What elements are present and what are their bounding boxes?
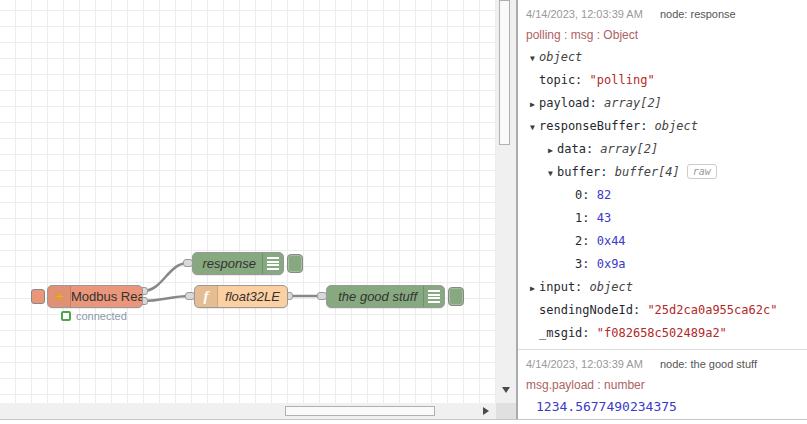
message-meta: msg.payload : number bbox=[526, 375, 799, 396]
window-bottom-edge bbox=[0, 419, 807, 424]
source-node-label: node: response bbox=[660, 8, 736, 20]
collapse-caret-icon[interactable]: ▼ bbox=[548, 162, 557, 185]
collapse-caret-icon[interactable]: ▼ bbox=[530, 47, 539, 70]
tree-row: 1: 43 bbox=[526, 207, 799, 230]
node-label: the good stuff bbox=[327, 289, 423, 304]
modbus-asterisk-icon: ✳ bbox=[54, 291, 64, 303]
tree-key: topic: bbox=[539, 73, 590, 87]
horizontal-scrollbar-thumb[interactable] bbox=[285, 406, 435, 416]
tree-key: buffer: bbox=[557, 165, 615, 179]
tree-row: ▼object bbox=[526, 46, 799, 69]
function-f-icon: f bbox=[204, 289, 209, 304]
node-label: response bbox=[193, 256, 262, 271]
debug-tree: ▼objecttopic: "polling"▶payload: array[2… bbox=[526, 46, 799, 345]
debug-message-header: 4/14/2023, 12:03:39 AM node: response bbox=[526, 4, 799, 25]
node-response[interactable]: response bbox=[192, 252, 284, 275]
debug-icon-region bbox=[262, 253, 283, 274]
function-icon-region: f bbox=[195, 286, 218, 307]
debug-icon-region bbox=[423, 286, 444, 307]
scrollbar-corner bbox=[496, 403, 516, 419]
wire-modbus-to-float32[interactable] bbox=[143, 296, 190, 301]
node-label: float32LE bbox=[218, 289, 287, 304]
tree-value: object bbox=[655, 119, 698, 133]
tree-value: "polling" bbox=[590, 73, 655, 87]
payload-number-value: 1234.5677490234375 bbox=[526, 396, 799, 418]
modbus-status: connected bbox=[61, 310, 127, 322]
tree-key: payload: bbox=[539, 96, 604, 110]
tree-value: "25d2ca0a955ca62c" bbox=[647, 303, 777, 317]
tree-value: object bbox=[539, 50, 582, 64]
tree-row: ▶payload: array[2] bbox=[526, 92, 799, 115]
tree-key: _msgid: bbox=[539, 326, 597, 340]
debug-message-good-stuff[interactable]: 4/14/2023, 12:03:39 AM node: the good st… bbox=[518, 350, 807, 419]
tree-value: "f082658c502489a2" bbox=[597, 326, 727, 340]
tree-row: ▼responseBuffer: object bbox=[526, 115, 799, 138]
canvas-horizontal-scrollbar[interactable] bbox=[0, 403, 496, 419]
tree-key: 0: bbox=[575, 188, 597, 202]
tree-value: array[2] bbox=[604, 96, 662, 110]
node-float32le[interactable]: f float32LE bbox=[194, 285, 288, 308]
response-debug-toggle-button[interactable] bbox=[287, 254, 303, 273]
canvas-vertical-scrollbar[interactable] bbox=[496, 0, 516, 403]
expand-caret-icon[interactable]: ▶ bbox=[548, 139, 557, 162]
expand-caret-icon[interactable]: ▶ bbox=[530, 93, 539, 116]
tree-value: 82 bbox=[597, 188, 611, 202]
expand-caret-icon[interactable]: ▶ bbox=[530, 277, 539, 300]
tree-row: 2: 0x44 bbox=[526, 230, 799, 253]
tree-value: buffer[4] bbox=[615, 165, 680, 179]
node-modbus-read[interactable]: ✳ Modbus Read bbox=[47, 285, 143, 308]
timestamp: 4/14/2023, 12:03:39 AM bbox=[526, 358, 643, 370]
tree-key: responseBuffer: bbox=[539, 119, 655, 133]
tree-row: sendingNodeId: "25d2ca0a955ca62c" bbox=[526, 299, 799, 322]
tree-row: _msgid: "f082658c502489a2" bbox=[526, 322, 799, 345]
tree-value: 0x44 bbox=[597, 234, 626, 248]
debug-lines-icon bbox=[428, 290, 440, 303]
tree-row: ▶input: object bbox=[526, 276, 799, 299]
node-the-good-stuff[interactable]: the good stuff bbox=[326, 285, 445, 308]
modbus-node-button[interactable] bbox=[31, 289, 45, 304]
tree-row: ▼buffer: buffer[4]raw bbox=[526, 161, 799, 184]
debug-lines-icon bbox=[267, 257, 279, 270]
tree-value: 43 bbox=[597, 211, 611, 225]
tree-key: sendingNodeId: bbox=[539, 303, 647, 317]
wire-modbus-to-response[interactable] bbox=[143, 263, 188, 291]
tree-key: 2: bbox=[575, 234, 597, 248]
tree-key: 1: bbox=[575, 211, 597, 225]
tree-value: 0x9a bbox=[597, 257, 626, 271]
tree-row: ▶data: array[2] bbox=[526, 138, 799, 161]
node-label: Modbus Read bbox=[71, 289, 142, 304]
tree-key: input: bbox=[539, 280, 590, 294]
scroll-right-arrow-icon[interactable] bbox=[483, 407, 489, 415]
timestamp: 4/14/2023, 12:03:39 AM bbox=[526, 8, 643, 20]
source-node-label: node: the good stuff bbox=[660, 358, 757, 370]
goodstuff-debug-toggle-button[interactable] bbox=[448, 287, 464, 306]
tree-value: object bbox=[590, 280, 633, 294]
tree-value: array[2] bbox=[600, 142, 658, 156]
flow-workspace: ✳ Modbus Read connected response f bbox=[0, 0, 516, 419]
status-text: connected bbox=[76, 310, 127, 322]
wires-layer bbox=[0, 0, 496, 403]
debug-message-header: 4/14/2023, 12:03:39 AM node: the good st… bbox=[526, 354, 799, 375]
tree-row: topic: "polling" bbox=[526, 69, 799, 92]
raw-button[interactable]: raw bbox=[687, 164, 717, 179]
scroll-down-arrow-icon[interactable] bbox=[502, 387, 510, 393]
tree-row: 3: 0x9a bbox=[526, 253, 799, 276]
tree-key: data: bbox=[557, 142, 600, 156]
debug-message-response[interactable]: 4/14/2023, 12:03:39 AM node: response po… bbox=[518, 0, 807, 350]
flow-canvas[interactable]: ✳ Modbus Read connected response f bbox=[0, 0, 496, 403]
vertical-scrollbar-thumb[interactable] bbox=[499, 0, 510, 145]
modbus-icon-region: ✳ bbox=[48, 286, 71, 307]
message-meta: polling : msg : Object bbox=[526, 25, 799, 46]
tree-key: 3: bbox=[575, 257, 597, 271]
debug-sidebar: 4/14/2023, 12:03:39 AM node: response po… bbox=[516, 0, 807, 419]
collapse-caret-icon[interactable]: ▼ bbox=[530, 116, 539, 139]
status-square-icon bbox=[61, 311, 71, 321]
tree-row: 0: 82 bbox=[526, 184, 799, 207]
node-red-app: ✳ Modbus Read connected response f bbox=[0, 0, 807, 424]
